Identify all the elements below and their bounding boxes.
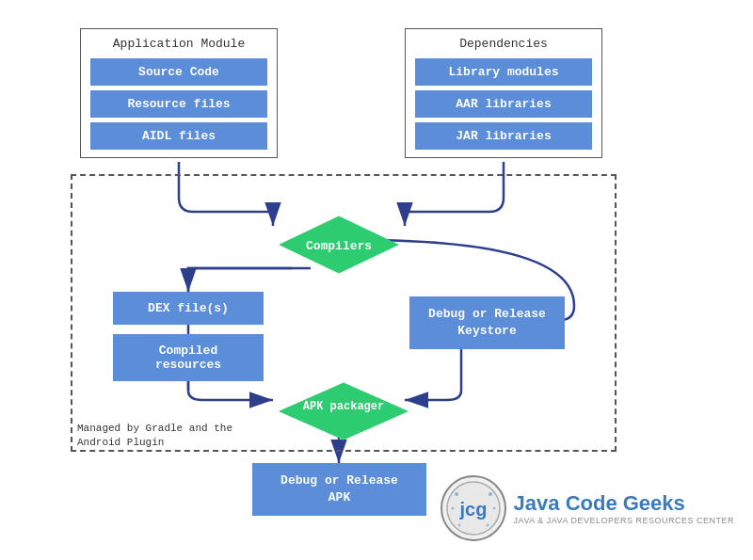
app-module-title: Application Module <box>90 37 267 51</box>
jcg-logo: jcg Java Code Geeks JAVA & JAVA DEVELOPE… <box>441 475 734 541</box>
jcg-circle-svg: jcg <box>445 480 502 536</box>
compilers-diamond: Compilers <box>278 215 400 276</box>
aar-libraries-item: AAR libraries <box>415 90 592 118</box>
svg-text:APK packager: APK packager <box>303 400 384 413</box>
jcg-subtitle: JAVA & JAVA DEVELOPERS RESOURCES CENTER <box>514 516 734 525</box>
source-code-item: Source Code <box>90 58 267 86</box>
aidl-files-item: AIDL files <box>90 122 267 150</box>
jcg-circle: jcg <box>441 475 506 541</box>
jcg-text-block: Java Code Geeks JAVA & JAVA DEVELOPERS R… <box>514 491 734 525</box>
compilers-diamond-wrapper: Compilers <box>278 215 400 280</box>
svg-point-11 <box>457 524 460 527</box>
resource-files-item: Resource files <box>90 90 267 118</box>
svg-point-7 <box>455 492 458 496</box>
svg-point-10 <box>492 507 495 510</box>
svg-text:Compilers: Compilers <box>306 239 372 253</box>
app-module-box: Application Module Source Code Resource … <box>80 28 278 158</box>
jcg-brand: Java Code Geeks <box>514 491 734 516</box>
svg-point-9 <box>451 507 454 510</box>
svg-point-12 <box>486 524 489 527</box>
jar-libraries-item: JAR libraries <box>415 122 592 150</box>
output-apk-box: Debug or Release APK <box>252 463 426 516</box>
svg-text:jcg: jcg <box>458 499 487 520</box>
dependencies-title: Dependencies <box>415 37 592 51</box>
apk-packager-diamond: APK packager <box>278 381 409 442</box>
apk-packager-wrapper: APK packager <box>278 381 409 447</box>
diagram-container: Application Module Source Code Resource … <box>0 0 753 560</box>
library-modules-item: Library modules <box>415 58 592 86</box>
dependencies-box: Dependencies Library modules AAR librari… <box>405 28 602 158</box>
svg-point-8 <box>489 492 492 496</box>
